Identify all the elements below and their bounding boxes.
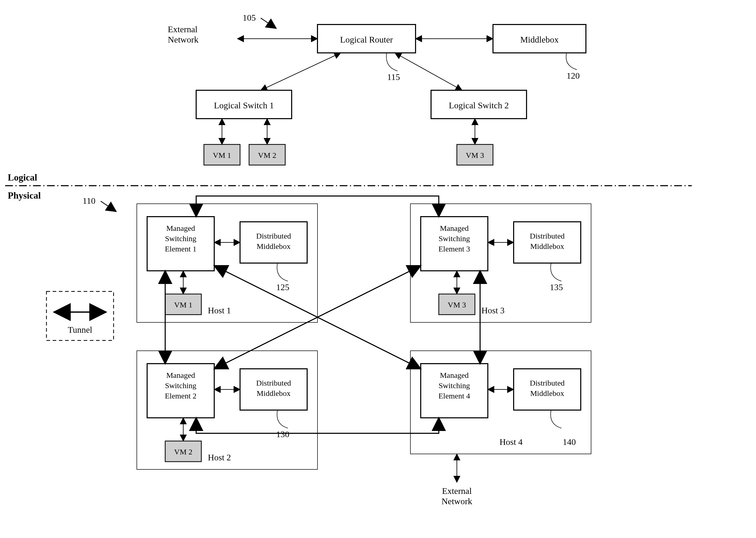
dmb4-l1: Distributed [530,379,565,387]
mse2-l3: Element 2 [165,392,196,400]
mse1-l1: Managed [166,224,195,232]
host2-label: Host 2 [208,453,231,462]
mse1-l2: Switching [165,234,196,243]
ref-125: 125 [276,282,289,292]
ref-105: 105 [243,13,256,23]
vm2-phys-label: VM 2 [174,448,193,456]
dmb1-l2: Middlebox [257,242,291,250]
mse2-l2: Switching [165,381,196,390]
ref-110: 110 [83,196,95,205]
vm3-phys-label: VM 3 [448,300,466,309]
dmb1-l1: Distributed [256,232,291,240]
dmb3-l2: Middlebox [530,242,564,250]
svg-line-4 [395,53,462,90]
external-network-top-1: External [168,25,197,34]
host3-label: Host 3 [481,306,505,315]
ref-140: 140 [563,437,576,447]
host1-label: Host 1 [208,306,231,315]
logical-switch-2-label: Logical Switch 2 [449,101,509,110]
ref-115: 115 [387,72,400,82]
mse4-l2: Switching [439,381,470,390]
mse3-l3: Element 3 [439,244,470,253]
ref-120: 120 [567,71,580,81]
svg-line-9 [101,201,116,211]
svg-line-0 [261,18,276,28]
vm1-logical-label: VM 1 [213,151,231,159]
mse3-l2: Switching [439,234,470,243]
dmb2-l2: Middlebox [257,389,291,398]
external-network-top-2: Network [168,35,199,44]
legend-tunnel-label: Tunnel [68,325,92,335]
dmb2-l1: Distributed [256,379,291,387]
mse4-l3: Element 4 [439,392,470,400]
host4-label: Host 4 [499,437,523,447]
logical-section-label: Logical [8,172,37,183]
ref-135: 135 [550,282,563,292]
mse4-l1: Managed [440,371,469,379]
vm3-logical-label: VM 3 [466,151,484,159]
logical-router-label: Logical Router [340,35,393,44]
dmb4-l2: Middlebox [530,389,564,398]
middlebox-label: Middlebox [520,35,559,44]
external-bottom-1: External [442,486,472,496]
mse1-l3: Element 1 [165,244,196,253]
vm1-phys-label: VM 1 [174,300,193,309]
logical-switch-1-label: Logical Switch 1 [214,101,274,110]
dmb3-l1: Distributed [530,232,565,240]
ref-130: 130 [276,429,289,439]
vm2-logical-label: VM 2 [258,151,277,159]
svg-line-3 [261,53,341,90]
mse3-l1: Managed [440,224,469,232]
mse2-l1: Managed [166,371,195,379]
external-bottom-2: Network [442,497,472,506]
physical-section-label: Physical [8,190,41,201]
